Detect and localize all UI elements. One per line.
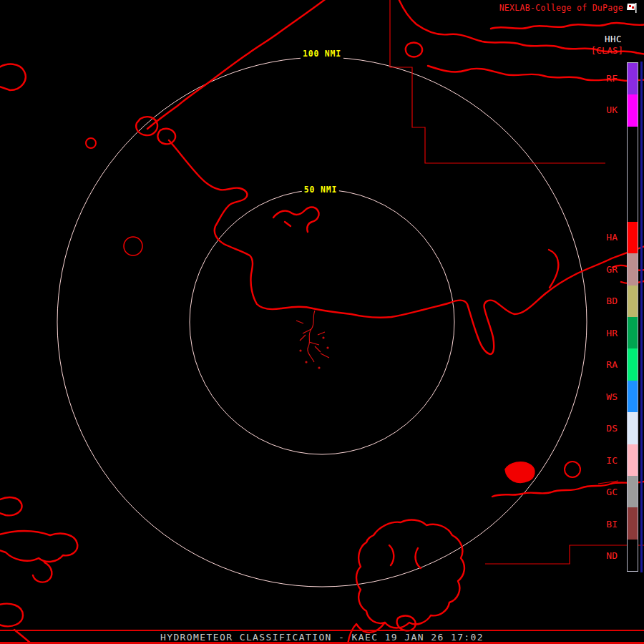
legend-seg-BD bbox=[628, 286, 638, 317]
legend-seg-blank-4 bbox=[628, 190, 638, 222]
coastlines bbox=[0, 0, 644, 644]
legend-seg-WS bbox=[628, 381, 638, 412]
brand-icon bbox=[627, 3, 638, 13]
legend-label-HA: HA bbox=[589, 222, 620, 254]
legend-seg-UK bbox=[628, 94, 638, 126]
range-ring-100 bbox=[57, 57, 587, 587]
legend-label-blank-3 bbox=[589, 158, 620, 190]
coast-main bbox=[169, 140, 644, 354]
legend-label-HR: HR bbox=[589, 317, 620, 349]
legend-seg-RF bbox=[628, 63, 638, 94]
legend-label-RF: RF bbox=[589, 62, 620, 94]
legend-label-RA: RA bbox=[589, 349, 620, 381]
product-title: HYDROMETEOR CLASSIFICATION - KAEC 19 JAN… bbox=[0, 632, 644, 643]
legend-label-WS: WS bbox=[589, 381, 620, 413]
range-ring-50 bbox=[190, 190, 454, 454]
range-rings bbox=[57, 57, 587, 587]
legend-seg-HA bbox=[628, 222, 638, 253]
coast-arc bbox=[147, 0, 330, 129]
product-code: HHC bbox=[605, 34, 622, 44]
range-label-100nmi: 100 NMI bbox=[301, 49, 343, 59]
legend-seg-BI bbox=[628, 507, 638, 539]
radar-map bbox=[0, 0, 644, 644]
legend-label-UK: UK bbox=[589, 94, 620, 127]
legend-seg-RA bbox=[628, 348, 638, 380]
legend-seg-IC bbox=[628, 444, 638, 476]
legend-label-DS: DS bbox=[589, 413, 620, 445]
legend-label-GR: GR bbox=[589, 253, 620, 286]
legend-label-BD: BD bbox=[589, 286, 620, 318]
legend-seg-blank-2 bbox=[628, 127, 638, 158]
islet-solid bbox=[505, 462, 535, 483]
radar-screen: 100 NMI 50 NMI NEXLAB-College of DuPage … bbox=[0, 0, 644, 644]
legend-label-IC: IC bbox=[589, 444, 620, 477]
legend-label-BI: BI bbox=[589, 508, 620, 540]
legend-label-GC: GC bbox=[589, 477, 620, 509]
legend-seg-GC bbox=[628, 476, 638, 507]
legend-label-blank-2 bbox=[589, 126, 620, 158]
legend-labels: RFUKHAGRBDHRRAWSDSICGCBIND bbox=[589, 62, 620, 572]
brand: NEXLAB-College of DuPage bbox=[499, 3, 638, 13]
island-bottom bbox=[356, 520, 464, 628]
island-cluster bbox=[296, 311, 329, 369]
legend-seg-HR bbox=[628, 317, 638, 348]
legend-edge-line bbox=[640, 62, 643, 572]
range-label-50nmi: 50 NMI bbox=[302, 185, 339, 195]
legend-label-blank-4 bbox=[589, 190, 620, 222]
legend-seg-ND bbox=[628, 540, 638, 571]
legend-label-ND: ND bbox=[589, 540, 620, 572]
footer-divider-top bbox=[0, 630, 644, 631]
legend-bar bbox=[627, 62, 638, 572]
legend-seg-blank-3 bbox=[628, 158, 638, 190]
product-mode: [CLAS] bbox=[591, 45, 623, 56]
legend-seg-GR bbox=[628, 253, 638, 285]
brand-text: NEXLAB-College of DuPage bbox=[499, 3, 623, 13]
legend-seg-DS bbox=[628, 412, 638, 444]
